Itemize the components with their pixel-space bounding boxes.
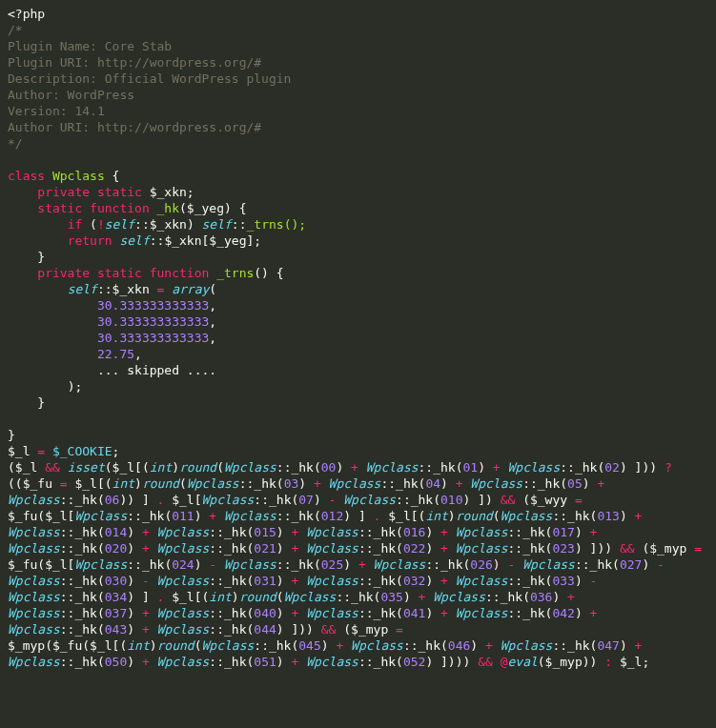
code: ($_myp <box>635 541 695 556</box>
operator: - <box>501 557 522 572</box>
class-ref: Wpclass <box>306 574 358 588</box>
punct: ); <box>8 379 82 394</box>
operator: - <box>583 574 604 588</box>
indent <box>8 266 37 280</box>
number: 052 <box>403 655 425 669</box>
punct: , <box>209 298 216 313</box>
code: ($_myp <box>336 622 396 637</box>
number: 026 <box>470 557 492 572</box>
number: 051 <box>254 655 276 669</box>
punct: :: <box>150 233 165 248</box>
class-ref: Wpclass <box>202 493 255 507</box>
punct: , <box>209 331 216 345</box>
code: ::_hk( <box>209 622 254 637</box>
class-ref: Wpclass <box>8 541 60 556</box>
number: 02 <box>604 460 620 475</box>
class-ref: Wpclass <box>456 541 508 556</box>
class-ref: Wpclass <box>202 638 255 653</box>
code: ) <box>276 606 284 620</box>
cast: int <box>127 638 149 653</box>
code: ::_hk( <box>209 541 254 556</box>
operator: && <box>501 493 516 507</box>
operator: - <box>134 574 156 588</box>
code: ::_hk( <box>358 525 403 539</box>
indent <box>8 233 68 248</box>
class-ref: Wpclass <box>284 590 337 604</box>
number: 020 <box>105 541 127 556</box>
code: ($_wyy <box>515 493 575 507</box>
brace: } <box>8 250 45 264</box>
class-ref: Wpclass <box>501 509 553 523</box>
builtin: round <box>239 590 276 604</box>
builtin: round <box>157 638 194 653</box>
ellipsis: ... skipped .... <box>97 363 216 377</box>
code: ) <box>575 525 583 539</box>
comment-line: Author: WordPress <box>8 88 134 102</box>
operator: && <box>478 655 493 669</box>
builtin: round <box>142 476 179 491</box>
self: self <box>202 217 232 232</box>
number: 046 <box>448 638 470 653</box>
operator: + <box>583 606 604 620</box>
cast: int <box>150 460 172 475</box>
number: 043 <box>105 622 127 637</box>
keyword: static function <box>37 201 149 215</box>
class-ref: Wpclass <box>456 525 508 539</box>
self: self <box>119 233 149 248</box>
number: 033 <box>552 574 574 588</box>
builtin: eval <box>507 655 537 669</box>
comment-line: Plugin Name: Core Stab <box>8 39 172 53</box>
operator: = <box>37 444 52 458</box>
class-ref: Wpclass <box>8 655 60 669</box>
number: 034 <box>105 590 127 604</box>
code: ) <box>440 476 448 491</box>
code: ) <box>276 574 284 588</box>
code: ::_hk( <box>507 574 552 588</box>
code: ) <box>150 638 157 653</box>
punct: :: <box>97 282 113 296</box>
keyword: return <box>68 233 120 248</box>
number: 040 <box>254 606 276 620</box>
number: 041 <box>403 606 425 620</box>
operator: + <box>134 622 156 637</box>
operator: + <box>134 525 156 539</box>
brace: } <box>8 428 15 442</box>
number: 01 <box>463 460 479 475</box>
operator: + <box>627 509 649 523</box>
code: ::_hk( <box>254 638 298 653</box>
brace: { <box>105 169 120 183</box>
operator: + <box>433 525 455 539</box>
code: ::_hk( <box>60 493 105 507</box>
code: ($_l <box>8 460 45 475</box>
class-ref: Wpclass <box>366 460 419 475</box>
number: 012 <box>321 509 343 523</box>
operator: + <box>448 476 470 491</box>
comment-line: Version: 14.1 <box>8 104 105 118</box>
punct: :: <box>134 217 150 232</box>
code: ) <box>276 541 284 556</box>
number: 30.333333333333 <box>97 298 209 313</box>
code-editor: <?php /* Plugin Name: Core Stab Plugin U… <box>0 0 716 676</box>
number: 06 <box>105 493 120 507</box>
class-ref: Wpclass <box>157 525 210 539</box>
operator: + <box>478 638 500 653</box>
code: ) <box>194 509 202 523</box>
code: ::_hk( <box>419 460 463 475</box>
function-name: _hk <box>150 201 179 215</box>
class-ref: Wpclass <box>456 574 508 588</box>
builtin: isset <box>68 460 105 475</box>
params: ($_yeg) { <box>179 201 246 215</box>
number: 30.333333333333 <box>97 314 209 329</box>
class-ref: Wpclass <box>74 557 127 572</box>
code: ::_hk( <box>396 493 440 507</box>
operator: + <box>485 460 507 475</box>
code: ) <box>343 557 351 572</box>
punct: ; <box>113 444 120 458</box>
keyword: private static function <box>37 266 209 280</box>
cast: int <box>425 509 447 523</box>
keyword: private static <box>37 185 142 199</box>
number: 013 <box>597 509 619 523</box>
class-ref: Wpclass <box>456 606 508 620</box>
operator: = <box>396 622 403 637</box>
code: ) ]))) <box>425 655 478 669</box>
